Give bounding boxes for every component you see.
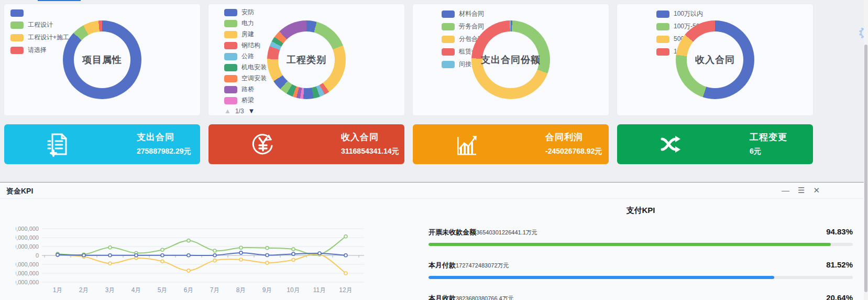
legend-item[interactable]: 劳务合同 [442, 22, 484, 31]
donut-center-title: 收入合同 [695, 53, 735, 66]
legend-label: 工程设计+施工 [28, 33, 69, 42]
donut-chart-project-attribute[interactable]: 项目属性 [63, 20, 141, 99]
legend: 安防 电力 房建 钢结构 公路 机电安装 空调安装 路桥 桥梁 ▲ 1/3 ▼ [224, 8, 267, 115]
donut-center-title: 项目属性 [82, 53, 122, 66]
fund-line-chart[interactable]: 90,000,00060,000,00030,000,0000-30,000,0… [16, 209, 372, 298]
donut-hole: 收入合同 [687, 31, 743, 88]
payment-bar-track [428, 243, 853, 246]
scrollbar-thumb[interactable] [864, 45, 867, 292]
legend-item[interactable]: 机电安装 [224, 63, 267, 72]
donut-chart-project-category[interactable]: 工程类别 [267, 20, 346, 99]
legend-item[interactable]: 100万以内 [656, 9, 713, 18]
minimize-icon[interactable]: — [782, 186, 789, 195]
kpi-value: -245026768.92元 [545, 147, 602, 156]
svg-text:60,000,000: 60,000,000 [16, 234, 39, 241]
fund-kpi-panel: 资金KPI — ☰ ✕ 90,000,00060,000,00030,000,0… [0, 182, 864, 300]
page-up-icon[interactable]: ▲ [224, 107, 231, 115]
svg-text:-60,000,000: -60,000,000 [16, 270, 39, 276]
fund-panel-title: 资金KPI [6, 187, 33, 196]
close-icon[interactable]: ✕ [813, 186, 820, 195]
legend-swatch [656, 36, 669, 43]
svg-text:2月: 2月 [79, 286, 89, 294]
legend-item[interactable]: 工程设计 [10, 20, 69, 29]
svg-text:6月: 6月 [184, 286, 194, 294]
legend-label: 钢结构 [241, 41, 260, 50]
legend-swatch [10, 22, 24, 29]
kpi-card-expense-contract[interactable]: 支出合同 275887982.29元 [4, 124, 200, 164]
payment-amount: 36540301226441.1万元 [476, 229, 537, 237]
chart-growth-icon [455, 132, 480, 157]
legend-label: 房建 [241, 30, 254, 39]
donut-chart-expense-contract-share[interactable]: 支出合同份额 [471, 20, 550, 99]
payment-kpi-section: 支付KPI 开票未收款金额 36540301226441.1万元 94.83% … [428, 206, 853, 300]
payment-label: 本月收款 [428, 294, 456, 300]
legend-swatch [656, 10, 669, 18]
legend-label: 劳务合同 [459, 22, 484, 31]
payment-bar-fill [428, 243, 831, 246]
legend-pagination: ▲ 1/3 ▼ [224, 107, 267, 115]
legend-swatch [224, 42, 237, 49]
svg-text:7月: 7月 [210, 286, 220, 294]
payment-amount: 3823680380766.4万元 [456, 295, 514, 300]
legend-label: 请选择 [28, 46, 47, 55]
legend-swatch [656, 23, 669, 30]
legend-swatch [224, 64, 237, 71]
legend-swatch [442, 10, 455, 18]
panel-project-category: 安防 电力 房建 钢结构 公路 机电安装 空调安装 路桥 桥梁 ▲ 1/3 ▼ … [208, 4, 404, 115]
kpi-title: 收入合同 [341, 131, 399, 143]
legend-swatch [224, 75, 237, 82]
panel-income-contract: 100万以内 100万-500万 500万-1000万 1000万 收入合同 [617, 4, 813, 115]
donut-hole: 项目属性 [74, 31, 130, 88]
svg-text:90,000,000: 90,000,000 [16, 226, 39, 232]
legend-item[interactable]: 电力 [224, 19, 267, 28]
legend-item[interactable]: 材料合同 [442, 9, 484, 18]
legend-item[interactable]: 路桥 [224, 85, 267, 94]
legend-swatch [224, 86, 237, 93]
svg-text:-90,000,000: -90,000,000 [16, 279, 39, 285]
legend-label: 100万以内 [674, 9, 703, 18]
legend-item[interactable]: 公路 [224, 52, 267, 61]
legend-swatch [10, 47, 24, 54]
legend-swatch [224, 53, 237, 60]
legend-item[interactable]: 桥梁 [224, 96, 267, 105]
svg-text:12月: 12月 [339, 286, 352, 294]
legend-item[interactable]: 房建 [224, 30, 267, 39]
legend: 工程设计 工程设计+施工 请选择 [10, 9, 69, 58]
payment-percent: 20.64% [826, 293, 853, 300]
legend-item[interactable]: 工程设计+施工 [10, 33, 69, 42]
donut-center-title: 工程类别 [287, 53, 326, 66]
panel-project-attribute: 工程设计 工程设计+施工 请选择 项目属性 [4, 4, 200, 115]
menu-icon[interactable]: ☰ [798, 186, 805, 195]
donut-center-title: 支出合同份额 [481, 53, 541, 66]
svg-text:-30,000,000: -30,000,000 [16, 261, 39, 267]
kpi-card-income-contract[interactable]: 收入合同 3116854341.14元 [208, 124, 404, 164]
shuffle-icon [659, 132, 684, 157]
payment-amount: 1727472483072万元 [456, 262, 509, 270]
svg-text:5月: 5月 [158, 286, 168, 294]
donut-chart-income-contract[interactable]: 收入合同 [676, 20, 754, 99]
legend-item[interactable]: 空调安装 [224, 74, 267, 83]
refresh-yuan-icon [250, 132, 276, 157]
kpi-card-project-change[interactable]: 工程变更 6元 [617, 124, 813, 164]
legend-item[interactable]: 请选择 [10, 46, 69, 55]
svg-text:11月: 11月 [313, 286, 326, 294]
payment-row: 开票未收款金额 36540301226441.1万元 94.83% [428, 227, 853, 246]
scrollbar [864, 0, 868, 300]
legend-label: 空调安装 [241, 74, 267, 83]
page-down-icon[interactable]: ▼ [248, 107, 255, 115]
kpi-title: 支出合同 [137, 131, 191, 143]
legend-item[interactable] [10, 9, 69, 17]
kpi-card-contract-profit[interactable]: 合同利润 -245026768.92元 [413, 124, 609, 164]
legend-item[interactable]: 钢结构 [224, 41, 267, 50]
payment-label: 本月付款 [428, 261, 456, 270]
legend-swatch [224, 31, 237, 38]
payment-row: 本月收款 3823680380766.4万元 20.64% [428, 293, 853, 300]
kpi-value: 275887982.29元 [137, 147, 191, 156]
legend-swatch [224, 9, 237, 16]
legend-label: 材料合同 [459, 9, 484, 18]
invoice-document-icon [46, 132, 71, 157]
legend-swatch [224, 20, 237, 27]
svg-text:3月: 3月 [105, 286, 115, 294]
legend-item[interactable]: 安防 [224, 8, 267, 17]
payment-label: 开票未收款金额 [428, 228, 476, 237]
